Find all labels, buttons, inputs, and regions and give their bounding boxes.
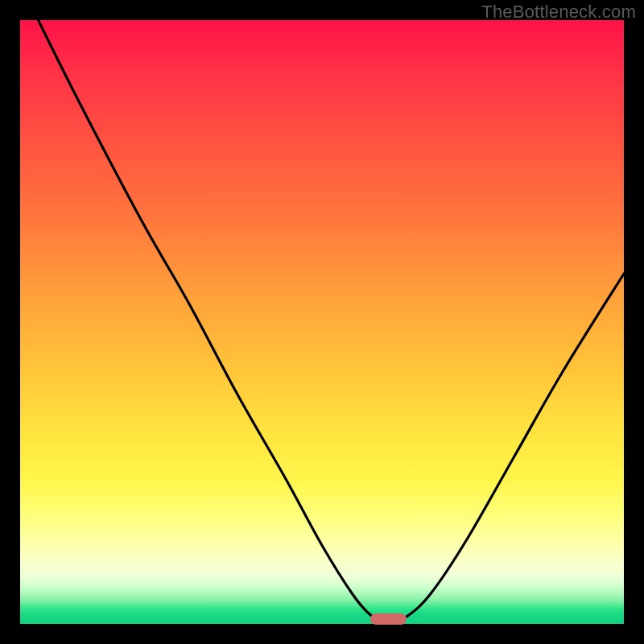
watermark-text: TheBottleneck.com xyxy=(481,2,636,23)
bottleneck-curve xyxy=(39,20,625,620)
chart-frame: TheBottleneck.com xyxy=(0,0,644,644)
plot-area xyxy=(20,20,624,624)
optimum-marker xyxy=(370,613,407,625)
curve-svg xyxy=(20,20,624,624)
